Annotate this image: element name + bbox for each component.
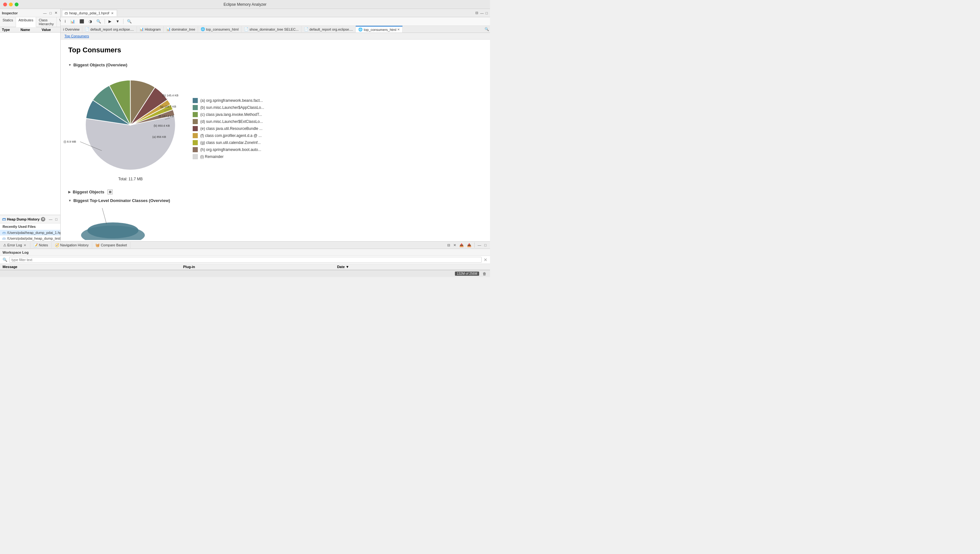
heap-history-header: 🗃 Heap Dump History ✕ — □ xyxy=(0,215,60,223)
heap-file-2[interactable]: 🗃 /Users/pdai/pdai_heap_dump_test.hprof xyxy=(0,236,60,241)
tab-top-consumers-1-label: top_consumers_html xyxy=(206,27,239,31)
filter-clear-button[interactable]: ✕ xyxy=(484,257,487,262)
bottom-export-button[interactable]: 📤 xyxy=(458,243,465,248)
tab-top-consumers-1[interactable]: 🌐 top_consumers_html xyxy=(198,26,242,32)
leak-suspects-button[interactable]: 🔍 xyxy=(95,18,103,25)
dom-tree-button[interactable]: ⬛ xyxy=(78,18,86,25)
tab-notes-icon: 📝 xyxy=(33,243,38,247)
log-col-date[interactable]: Date ▼ xyxy=(335,264,490,270)
oql-button[interactable]: ▶ xyxy=(107,18,113,25)
tab-overview[interactable]: i Overview xyxy=(60,27,82,32)
tab-histogram[interactable]: 📊 Histogram xyxy=(137,26,164,32)
close-button[interactable] xyxy=(3,3,7,6)
log-col-message[interactable]: Message xyxy=(0,264,181,270)
breadcrumb-text[interactable]: Top Consumers xyxy=(64,34,89,38)
file-tab-close[interactable]: ✕ xyxy=(110,11,114,15)
pie-total-label: Total: 11.7 MB xyxy=(81,177,180,181)
heap-history-max-button[interactable]: □ xyxy=(54,217,58,221)
legend-item-b: (b) sun.misc.Launcher$AppClassLo... xyxy=(192,105,264,110)
content-tabs-search[interactable]: 🔍 xyxy=(484,27,490,32)
min-editor-button[interactable]: — xyxy=(479,11,485,15)
tab-default-report-1[interactable]: 📄 default_report org.eclipse.... xyxy=(82,26,137,32)
biggest-objects-icon[interactable]: ⊞ xyxy=(108,189,113,194)
legend-color-a xyxy=(192,98,198,103)
legend-text-g: (g) class sun.util.calendar.ZoneInf... xyxy=(200,140,261,145)
section-label-1: Biggest Objects (Overview) xyxy=(73,62,127,67)
info-button[interactable]: i xyxy=(63,18,67,25)
tab-nav-history-label: Navigation History xyxy=(60,243,89,247)
section-label-3: Biggest Top-Level Dominator Classes (Ove… xyxy=(73,198,170,203)
tab-nav-history[interactable]: 🧭 Navigation History xyxy=(52,242,92,248)
file-tab-heap-dump[interactable]: 🗃 heap_dump_pdai_1.hprof ✕ xyxy=(62,10,117,16)
max-editor-button[interactable]: □ xyxy=(485,11,489,15)
tab-dominator-tree[interactable]: 📊 dominator_tree xyxy=(164,26,198,32)
tab-notes-label: Notes xyxy=(39,243,48,247)
legend-item-d: (d) sun.misc.Launcher$ExtClassLo... xyxy=(192,119,264,124)
section-dominator[interactable]: ▼ Biggest Top-Level Dominator Classes (O… xyxy=(68,196,482,205)
col-name: Name xyxy=(19,27,40,33)
bottom-min-button[interactable]: — xyxy=(477,243,482,247)
workspace-log-header: Workspace Log xyxy=(0,249,490,256)
tab-overview-icon: i xyxy=(63,27,64,31)
tab-default-report-2-label: default_report org.eclipse.... xyxy=(309,27,353,31)
tab-compare-basket[interactable]: 🧺 Compare Basket xyxy=(92,242,130,248)
section-biggest-objects-overview[interactable]: ▼ Biggest Objects (Overview) xyxy=(68,60,482,69)
search-button[interactable]: 🔍 xyxy=(126,18,134,25)
tab-error-log[interactable]: ⚠ Error Log ✕ xyxy=(0,242,30,248)
tab-error-log-label: Error Log xyxy=(7,243,22,247)
status-bar: 132M of 256M 🗑 xyxy=(0,270,490,277)
top-consumers-button[interactable]: ◑ xyxy=(87,18,94,25)
view-menu-button[interactable]: ⊟ xyxy=(474,11,479,15)
heap-history: 🗃 Heap Dump History ✕ — □ Recently Used … xyxy=(0,215,60,241)
tab-attributes[interactable]: Attributes xyxy=(16,17,36,27)
inspector-close-button[interactable]: ✕ xyxy=(54,11,58,15)
heap-file-icon-1: 🗃 xyxy=(3,231,6,234)
chart-label-d: (b) 850.6 KB xyxy=(154,124,170,127)
maximize-button[interactable] xyxy=(15,3,19,6)
tab-class-hierarchy[interactable]: Class Hierarchy xyxy=(36,17,56,27)
legend-color-i xyxy=(192,154,198,159)
legend-text-f: (f) class com.jprofiler.agent.d.a @ ... xyxy=(200,134,262,138)
chart-label-h: (h) 145.4 KB xyxy=(162,94,179,97)
memory-usage: 132M of 256M xyxy=(455,272,479,276)
dominator-svg: (a) 5.3 MB xyxy=(81,208,145,240)
tab-top-consumers-2-close[interactable]: ✕ xyxy=(397,28,400,31)
tab-error-log-close[interactable]: ✕ xyxy=(23,244,27,247)
legend-text-h: (h) org.springframework.boot.auto... xyxy=(200,147,261,152)
window-title: Eclipse Memory Analyzer xyxy=(224,2,267,7)
heap-history-actions: — □ xyxy=(48,217,58,221)
legend-item-a: (a) org.springframework.beans.fact... xyxy=(192,98,264,103)
tab-statics[interactable]: Statics xyxy=(0,17,16,27)
legend-color-g xyxy=(192,140,198,145)
heap-history-min-button[interactable]: — xyxy=(48,217,53,221)
section-biggest-objects[interactable]: ▶ Biggest Objects ⊞ xyxy=(68,188,482,196)
legend-color-h xyxy=(192,147,198,152)
tab-top-consumers-2[interactable]: 🌐 top_consumers_html ✕ xyxy=(356,26,402,33)
legend-text-b: (b) sun.misc.Launcher$AppClassLo... xyxy=(200,105,264,110)
log-col-plugin[interactable]: Plug-in xyxy=(181,264,335,270)
inspector-max-button[interactable]: □ xyxy=(48,11,52,15)
title-bar: Eclipse Memory Analyzer xyxy=(0,0,490,9)
workspace-log-label: Workspace Log xyxy=(3,250,29,254)
bottom-copy-button[interactable]: ⊟ xyxy=(446,243,451,248)
tab-notes[interactable]: 📝 Notes xyxy=(30,242,52,248)
inspector-min-button[interactable]: — xyxy=(42,11,48,15)
bottom-clear-button[interactable]: ✕ xyxy=(452,243,457,248)
filter-input[interactable] xyxy=(9,257,482,263)
content-area[interactable]: Top Consumers Top Consumers ▼ Biggest Ob… xyxy=(60,33,490,241)
heap-file-1[interactable]: 🗃 /Users/pdai/heap_dump_pdai_1.hprof xyxy=(0,230,60,236)
tab-dominator-tree-label: dominator_tree xyxy=(172,27,195,31)
histogram-button[interactable]: 📊 xyxy=(68,18,76,25)
tab-show-dominator[interactable]: 📄 show_dominator_tree SELEC... xyxy=(242,26,301,32)
log-table-container: Message Plug-in Date ▼ xyxy=(0,264,490,270)
bottom-max-button[interactable]: □ xyxy=(483,243,487,247)
filter-search-icon: 🔍 xyxy=(3,258,7,262)
legend-item-g: (g) class sun.util.calendar.ZoneInf... xyxy=(192,140,264,145)
gc-button[interactable]: 🗑 xyxy=(482,271,487,276)
minimize-button[interactable] xyxy=(9,3,13,6)
oql-dropdown-button[interactable]: ▼ xyxy=(114,18,121,25)
breadcrumb: Top Consumers xyxy=(60,33,490,40)
bottom-import-button[interactable]: 📥 xyxy=(466,243,473,248)
legend-item-i: (i) Remainder xyxy=(192,154,264,159)
tab-default-report-2[interactable]: 📄 default_report org.eclipse.... xyxy=(301,26,356,32)
